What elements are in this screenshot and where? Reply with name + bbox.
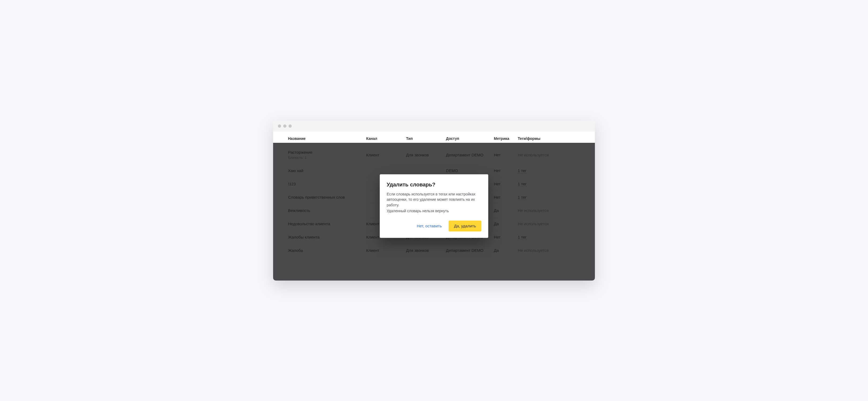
delete-confirm-modal: Удалить словарь? Если словарь использует… <box>380 174 488 238</box>
modal-body-text: Если словарь используется в тегах или на… <box>387 191 481 208</box>
modal-title: Удалить словарь? <box>387 182 481 188</box>
browser-frame: Название Канал Тип Доступ Метрика Теги/ф… <box>273 120 595 281</box>
window-dot-icon <box>288 124 292 128</box>
cancel-button[interactable]: Нет, оставить <box>415 221 443 231</box>
window-dot-icon <box>283 124 286 128</box>
window-dot-icon <box>278 124 281 128</box>
window-titlebar <box>273 120 595 132</box>
confirm-delete-button[interactable]: Да, удалить <box>448 221 481 232</box>
modal-body-text: Удаленный словарь нельзя вернуть <box>387 208 481 214</box>
